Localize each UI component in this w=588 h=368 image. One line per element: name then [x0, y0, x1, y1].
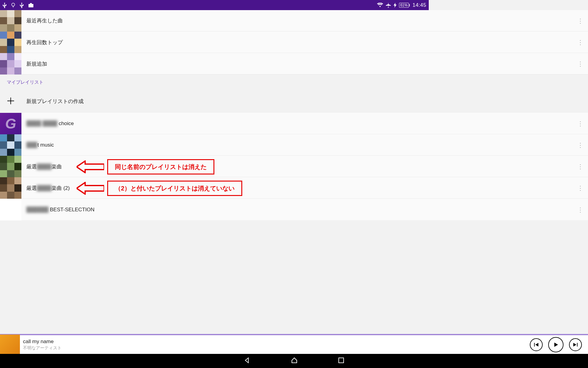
playlist-screen: 最近再生した曲 ⋮ 再生回数トップ ⋮ 新規追加 ⋮ マイプレイリスト 新規プレ…	[0, 10, 429, 260]
list-item-label: ███t music	[26, 142, 429, 148]
battery-indicator: 61%	[399, 3, 409, 8]
album-thumb	[0, 199, 21, 220]
list-item-label: ████ ████ choice	[26, 121, 429, 127]
list-item-label: 厳選████楽曲 (2)	[26, 185, 429, 192]
create-playlist-button[interactable]: 新規プレイリストの作成	[0, 90, 429, 113]
album-mosaic-thumb	[0, 10, 21, 32]
list-item[interactable]: 最近再生した曲 ⋮	[0, 10, 429, 32]
list-item[interactable]: G ████ ████ choice ⋮	[0, 113, 429, 134]
status-clock: 14:45	[413, 2, 426, 8]
album-mosaic-thumb	[0, 134, 21, 156]
list-item-label: 最近再生した曲	[26, 17, 429, 24]
status-bar: 61% 14:45	[0, 0, 429, 10]
wifi-icon	[377, 3, 383, 8]
list-item-label: ██████ BEST-SELECTION	[26, 207, 429, 213]
list-item[interactable]: 厳選████楽曲 (2) ⋮ （2）と付いたプレイリストは消えていない	[0, 177, 429, 199]
airplane-icon	[386, 2, 391, 8]
svg-rect-1	[28, 4, 33, 7]
usb-icon	[2, 2, 7, 8]
list-item[interactable]: ███t music ⋮	[0, 134, 429, 156]
list-item[interactable]: 新規追加 ⋮	[0, 53, 429, 75]
usb-debug-icon	[20, 2, 24, 8]
list-item[interactable]: 厳選████楽曲 ⋮ 同じ名前のプレイリストは消えた	[0, 156, 429, 177]
plus-icon	[6, 97, 15, 106]
create-playlist-label: 新規プレイリストの作成	[26, 98, 84, 105]
briefcase-icon	[28, 3, 34, 8]
album-mosaic-thumb	[0, 53, 21, 75]
list-item-label: 再生回数トップ	[26, 39, 429, 46]
svg-point-0	[12, 3, 15, 6]
list-item-label: 新規追加	[26, 60, 429, 67]
album-thumb: G	[0, 113, 21, 134]
section-header-my-playlists: マイプレイリスト	[0, 75, 429, 90]
album-mosaic-thumb	[0, 156, 21, 177]
list-item-label: 厳選████楽曲	[26, 163, 429, 170]
list-item[interactable]: 再生回数トップ ⋮	[0, 32, 429, 53]
list-item[interactable]: ██████ BEST-SELECTION ⋮	[0, 199, 429, 220]
album-mosaic-thumb	[0, 32, 21, 53]
bulb-icon	[11, 2, 15, 8]
charging-icon	[394, 3, 397, 8]
album-mosaic-thumb	[0, 177, 21, 199]
svg-rect-2	[30, 3, 32, 4]
